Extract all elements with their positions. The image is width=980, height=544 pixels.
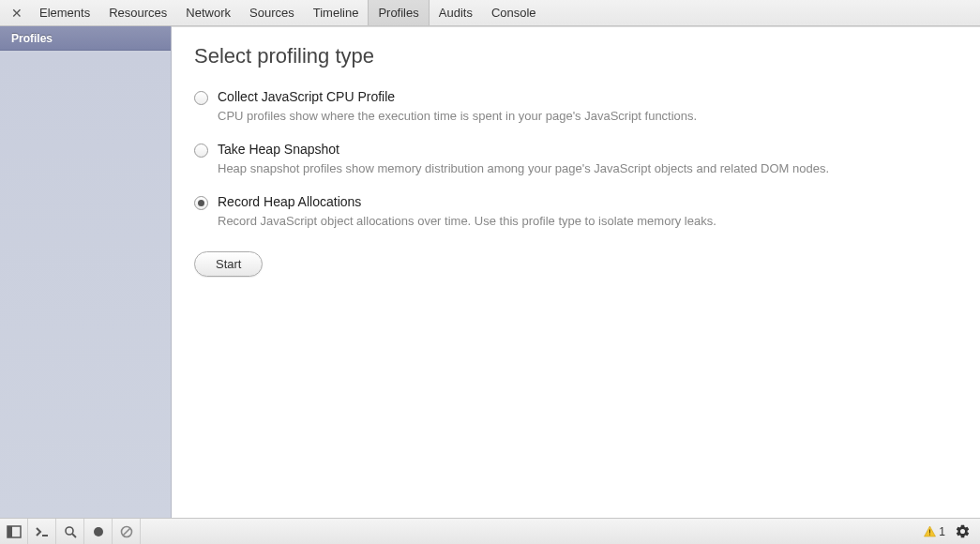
dock-button[interactable] <box>0 519 28 544</box>
option-desc: Record JavaScript object allocations ove… <box>218 213 957 230</box>
tab-timeline[interactable]: Timeline <box>304 0 369 25</box>
console-drawer-button[interactable] <box>28 519 56 544</box>
option-title: Record Heap Allocations <box>218 194 957 209</box>
radio-heap-snapshot[interactable] <box>194 144 208 158</box>
option-title: Take Heap Snapshot <box>218 142 957 157</box>
svg-rect-8 <box>929 530 930 534</box>
start-button[interactable]: Start <box>194 251 263 277</box>
console-icon <box>35 525 50 538</box>
tab-sources[interactable]: Sources <box>240 0 304 25</box>
tab-audits[interactable]: Audits <box>430 0 482 25</box>
radio-cpu[interactable] <box>194 91 208 105</box>
profile-option-heap-snapshot[interactable]: Take Heap Snapshot Heap snapshot profile… <box>194 142 957 177</box>
warning-count[interactable]: 1 <box>924 525 945 538</box>
clear-button[interactable] <box>113 519 141 544</box>
option-desc: CPU profiles show where the execution ti… <box>218 108 957 125</box>
footer-right: 1 <box>914 519 980 544</box>
svg-line-4 <box>72 534 76 537</box>
tab-profiles[interactable]: Profiles <box>368 0 429 25</box>
profile-option-heap-allocations[interactable]: Record Heap Allocations Record JavaScrip… <box>194 194 957 230</box>
svg-point-3 <box>66 527 73 535</box>
record-icon <box>92 525 105 538</box>
tab-elements[interactable]: Elements <box>30 0 99 25</box>
warning-count-value: 1 <box>939 525 945 538</box>
radio-heap-allocations[interactable] <box>194 196 208 210</box>
devtools-tabs: ✕ Elements Resources Network Sources Tim… <box>0 0 980 26</box>
option-body: Collect JavaScript CPU Profile CPU profi… <box>218 89 957 125</box>
svg-rect-1 <box>8 526 12 537</box>
svg-point-5 <box>94 527 103 536</box>
profile-option-cpu[interactable]: Collect JavaScript CPU Profile CPU profi… <box>194 89 957 125</box>
main-area: Profiles Select profiling type Collect J… <box>0 26 980 518</box>
footer-left <box>0 519 141 544</box>
footer-spacer <box>141 519 914 544</box>
settings-button[interactable] <box>955 523 971 539</box>
gear-icon <box>955 523 971 539</box>
dock-icon <box>7 525 22 538</box>
search-button[interactable] <box>56 519 84 544</box>
profiles-sidebar: Profiles <box>0 26 172 518</box>
svg-line-7 <box>123 528 130 536</box>
record-button[interactable] <box>84 519 113 544</box>
tab-resources[interactable]: Resources <box>99 0 176 25</box>
tab-console[interactable]: Console <box>482 0 546 25</box>
warning-icon <box>924 525 936 537</box>
option-title: Collect JavaScript CPU Profile <box>218 89 957 104</box>
tab-network[interactable]: Network <box>176 0 240 25</box>
search-icon <box>64 525 77 538</box>
option-desc: Heap snapshot profiles show memory distr… <box>218 160 957 177</box>
close-icon: ✕ <box>11 6 23 21</box>
sidebar-header: Profiles <box>0 26 171 51</box>
svg-rect-9 <box>929 535 930 536</box>
profiles-content: Select profiling type Collect JavaScript… <box>172 26 980 518</box>
page-title: Select profiling type <box>194 44 957 68</box>
close-devtools-button[interactable]: ✕ <box>8 0 30 25</box>
option-body: Record Heap Allocations Record JavaScrip… <box>218 194 957 230</box>
clear-icon <box>120 525 133 538</box>
option-body: Take Heap Snapshot Heap snapshot profile… <box>218 142 957 177</box>
footer-toolbar: 1 <box>0 518 980 544</box>
